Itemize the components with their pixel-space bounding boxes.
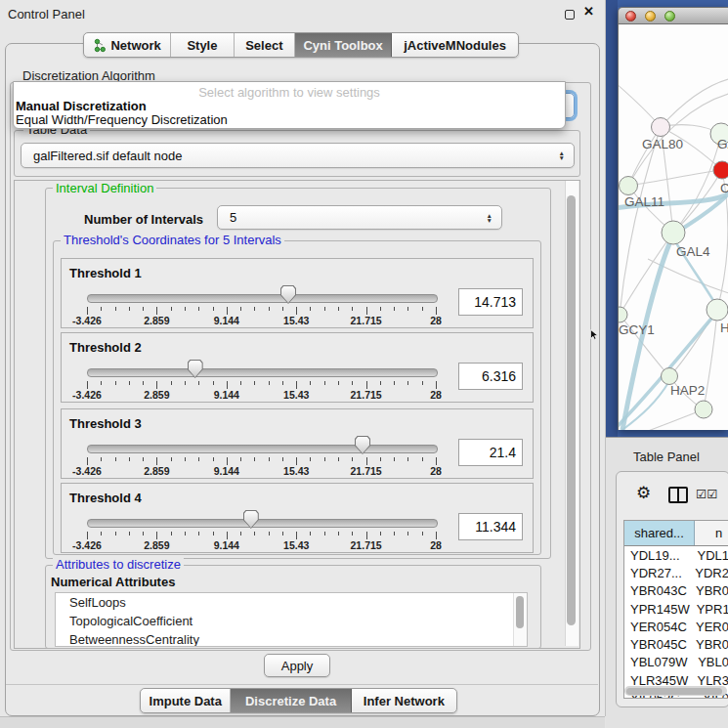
list-scrollbar[interactable]	[513, 593, 527, 646]
tick-label: 15.43	[283, 315, 309, 326]
node-label-gal11: GAL11	[624, 194, 664, 209]
node-label-clipped: C	[720, 181, 728, 195]
list-item[interactable]: BetweennessCentrality	[56, 630, 527, 647]
tab-cyni-toolbox[interactable]: Cyni Toolbox	[295, 33, 392, 57]
tab-impute-data[interactable]: Impute Data	[141, 689, 231, 712]
table-data-combo[interactable]: galFiltered.sif default node ▲▼	[21, 143, 575, 168]
node-label-hap2: HAP2	[670, 383, 705, 398]
table-panel-title: Table Panel	[633, 450, 700, 464]
list-scrollbar-thumb[interactable]	[516, 596, 524, 628]
tab-jactivemnodules[interactable]: jActiveMNodules	[392, 33, 518, 57]
table-row[interactable]: YDL19... YDL1	[624, 546, 728, 564]
tab-label: Select	[245, 38, 282, 53]
threshold-3-slider[interactable]	[87, 436, 436, 456]
number-of-intervals-combo[interactable]: 5 ▲▼	[217, 205, 502, 230]
tab-select[interactable]: Select	[235, 33, 295, 57]
slider-major-ticks	[87, 532, 436, 539]
tick-label: 9.144	[214, 389, 239, 401]
tick-label: 21.715	[351, 465, 382, 477]
tab-style[interactable]: Style	[171, 33, 234, 57]
threshold-2-slider[interactable]	[87, 360, 436, 380]
tick-label: 28	[430, 389, 442, 401]
float-window-icon[interactable]	[565, 10, 575, 20]
column-header-name[interactable]: n	[695, 521, 728, 545]
tab-label: jActiveMNodules	[404, 38, 506, 53]
mouse-cursor	[590, 329, 599, 340]
threshold-3-value-field[interactable]: 21.4	[458, 439, 523, 466]
minimize-traffic-light[interactable]	[645, 11, 656, 21]
cyni-bottom-tabbar: Impute Data Discretize Data Infer Networ…	[140, 688, 457, 713]
column-header-shared-name[interactable]: shared...	[624, 521, 695, 545]
tick-label: 9.144	[214, 465, 239, 477]
table-row[interactable]: YBL079W YBL0	[624, 654, 728, 671]
network-window-titlebar[interactable]	[618, 7, 728, 24]
close-icon[interactable]: ✕	[583, 4, 594, 19]
node-label-clipped: GA	[717, 137, 728, 151]
apply-button[interactable]: Apply	[264, 654, 330, 677]
tick-label: 21.715	[351, 315, 382, 326]
table-row[interactable]: YBR045C YBR0	[624, 635, 728, 653]
threshold-3-panel: Threshold 3 -3.426 2.859 9.144 15.43 21.…	[61, 408, 534, 479]
table-row[interactable]: YPR145W YPR1	[624, 600, 728, 618]
close-traffic-light[interactable]	[625, 11, 636, 21]
gear-icon[interactable]: ⚙	[636, 483, 651, 503]
network-icon	[93, 38, 106, 53]
number-of-intervals-label: Number of Intervals	[84, 212, 203, 227]
tab-label: Style	[187, 38, 217, 53]
tab-discretize-data[interactable]: Discretize Data	[231, 689, 351, 712]
node-gal4[interactable]	[662, 221, 685, 244]
table-row[interactable]: YDR27... YDR2	[624, 564, 728, 581]
tick-label: 2.859	[144, 539, 169, 551]
node-selected-red[interactable]	[713, 161, 728, 179]
threshold-4-panel: Threshold 4 -3.426 2.859 9.144 15.43 21.…	[61, 483, 534, 553]
checkbox-icons[interactable]: ☑☑	[696, 487, 717, 501]
threshold-1-panel: Threshold 1 -3.426 2.859 9.144 15.43 21.…	[61, 258, 534, 328]
threshold-3-slider-thumb[interactable]	[355, 436, 370, 454]
tick-label: -3.426	[72, 465, 102, 477]
node-right-h[interactable]	[707, 299, 728, 321]
window-title: Control Panel	[8, 7, 85, 21]
tab-label: Cyni Toolbox	[303, 38, 382, 53]
tick-label: 2.859	[144, 389, 169, 401]
network-canvas[interactable]: GAL80 GA C GAL11 GAL4 GCY1 H HAP2	[618, 24, 728, 430]
threshold-4-slider-thumb[interactable]	[243, 510, 259, 529]
thresholds-group-label: Threshold's Coordinates for 5 Intervals	[61, 234, 284, 246]
zoom-traffic-light[interactable]	[664, 11, 675, 21]
threshold-4-slider[interactable]	[87, 510, 436, 531]
table-horizontal-scrollbar-thumb[interactable]	[626, 688, 722, 695]
table-row[interactable]: YER054C YER0	[624, 618, 728, 635]
tick-label: 28	[430, 539, 442, 551]
algorithm-dropdown-popup: Select algorithm to view settings Manual…	[13, 81, 566, 129]
threshold-2-value-field[interactable]: 6.316	[458, 363, 523, 390]
threshold-2-label: Threshold 2	[69, 340, 142, 355]
tab-network[interactable]: Network	[84, 33, 171, 57]
node-hap2[interactable]	[662, 368, 678, 385]
threshold-1-value-field[interactable]: 14.713	[458, 288, 523, 316]
number-of-intervals-value: 5	[230, 210, 236, 225]
split-columns-icon[interactable]	[668, 487, 688, 503]
slider-major-ticks	[87, 307, 436, 315]
list-item[interactable]: SelfLoops	[56, 593, 527, 612]
numerical-attributes-list: SelfLoops TopologicalCoefficient Between…	[55, 592, 528, 647]
threshold-1-slider-thumb[interactable]	[280, 285, 296, 304]
threshold-2-slider-thumb[interactable]	[188, 360, 203, 378]
tick-label: 15.43	[283, 539, 309, 551]
list-item[interactable]: TopologicalCoefficient	[56, 612, 527, 630]
node-gal11[interactable]	[620, 177, 638, 195]
settings-scrollbar-thumb[interactable]	[567, 195, 576, 625]
tick-label: -3.426	[72, 539, 102, 551]
node-bottom[interactable]	[695, 401, 712, 418]
threshold-3-label: Threshold 3	[69, 416, 142, 431]
table-horizontal-scrollbar[interactable]	[624, 686, 727, 696]
node-gal80[interactable]	[652, 118, 670, 137]
screen: Control Panel ✕ Network Style Select Cyn…	[0, 0, 728, 728]
dropdown-item-manual-discretization[interactable]: Manual Discretization	[16, 99, 147, 113]
dropdown-item-equal-width-frequency[interactable]: Equal Width/Frequency Discretization	[16, 112, 228, 127]
node-gcy1[interactable]	[619, 307, 627, 322]
window-bottom-edge	[0, 716, 605, 728]
tab-infer-network[interactable]: Infer Network	[352, 689, 456, 712]
table-row[interactable]: YBR043C YBR0	[624, 582, 728, 600]
threshold-1-slider[interactable]	[87, 285, 436, 306]
tick-label: 21.715	[351, 539, 382, 551]
threshold-4-value-field[interactable]: 11.344	[458, 513, 523, 540]
